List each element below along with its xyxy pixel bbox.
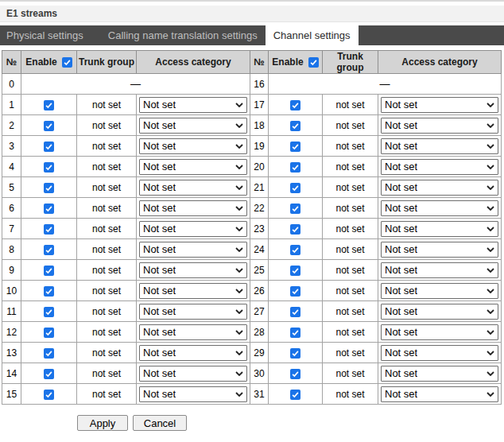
access-category-cell: Not set [137,384,250,405]
enable-checkbox[interactable] [290,307,300,317]
enable-checkbox[interactable] [44,369,54,379]
access-category-select[interactable]: Not set [381,138,498,154]
access-category-select[interactable]: Not set [139,200,247,216]
enable-checkbox[interactable] [290,348,300,359]
trunk-group-value: not set [77,239,137,260]
access-category-select[interactable]: Not set [381,262,498,278]
enable-checkbox[interactable] [290,369,300,379]
enable-checkbox[interactable] [44,183,54,193]
access-category-select[interactable]: Not set [139,304,247,320]
access-category-select[interactable]: Not set [381,386,498,402]
enable-checkbox[interactable] [290,390,300,400]
access-category-selected-value: Not set [385,305,417,317]
access-category-selected-value: Not set [143,119,176,131]
enable-checkbox[interactable] [44,204,54,214]
table-row: 8not setNot set24not setNot set [2,239,502,260]
enable-checkbox[interactable] [290,286,300,297]
enable-cell [21,281,77,301]
enable-checkbox[interactable] [290,142,300,152]
table-row: 9not setNot set25not setNot set [2,260,502,281]
channel-number: 18 [250,115,269,136]
channel-number: 21 [250,177,269,198]
tab-calling-name-translation-settings[interactable]: Calling name translation settings [108,25,258,45]
access-category-selected-value: Not set [143,367,176,379]
enable-checkbox[interactable] [290,100,300,111]
access-category-selected-value: Not set [143,202,176,214]
enable-checkbox[interactable] [290,204,300,214]
access-category-select[interactable]: Not set [139,283,247,299]
col-header-trunk-group: Trunk group [77,51,137,74]
enable-checkbox[interactable] [44,142,54,152]
access-category-select[interactable]: Not set [139,386,247,402]
enable-checkbox[interactable] [44,307,54,317]
enable-checkbox[interactable] [44,121,54,131]
enable-all-checkbox[interactable] [62,57,72,68]
enable-checkbox[interactable] [290,162,300,173]
access-category-select[interactable]: Not set [139,366,247,382]
channel-number: 9 [2,260,21,281]
tab-label: Physical settings [6,29,83,41]
trunk-group-value: not set [77,157,137,177]
access-category-select[interactable]: Not set [381,118,498,134]
enable-checkbox[interactable] [44,286,54,297]
apply-button[interactable]: Apply [77,415,128,431]
access-category-select[interactable]: Not set [381,345,498,361]
trunk-group-value: not set [77,343,137,363]
access-category-select[interactable]: Not set [139,159,247,175]
merged-dash-cell: — [21,74,250,95]
enable-all-checkbox[interactable] [308,57,319,68]
chevron-down-icon [483,227,494,231]
enable-checkbox[interactable] [290,121,300,131]
enable-cell [269,136,323,157]
enable-checkbox[interactable] [290,183,300,193]
access-category-select[interactable]: Not set [381,283,498,299]
access-category-select[interactable]: Not set [139,97,247,113]
tab-channel-settings[interactable]: Channel settings [266,25,359,45]
access-category-selected-value: Not set [143,285,176,297]
access-category-select[interactable]: Not set [381,159,498,175]
enable-checkbox[interactable] [44,100,54,111]
enable-cell [21,95,77,115]
access-category-select[interactable]: Not set [381,324,498,340]
access-category-select[interactable]: Not set [381,97,498,113]
access-category-selected-value: Not set [385,367,417,379]
chevron-down-icon [232,330,243,335]
access-category-select[interactable]: Not set [139,242,247,258]
channel-number: 24 [250,239,269,260]
access-category-select[interactable]: Not set [381,200,498,216]
access-category-select[interactable]: Not set [381,180,498,196]
enable-checkbox[interactable] [44,224,54,235]
access-category-select[interactable]: Not set [381,221,498,237]
enable-checkbox[interactable] [44,328,54,338]
enable-checkbox[interactable] [44,390,54,400]
trunk-group-value: not set [323,301,378,322]
enable-checkbox[interactable] [290,266,300,276]
enable-checkbox[interactable] [44,162,54,173]
access-category-select[interactable]: Not set [139,138,247,154]
enable-cell [21,301,77,322]
enable-checkbox[interactable] [290,224,300,235]
access-category-select[interactable]: Not set [139,180,247,196]
enable-checkbox[interactable] [44,348,54,359]
access-category-select[interactable]: Not set [381,366,498,382]
enable-checkbox[interactable] [290,328,300,338]
cancel-button[interactable]: Cancel [133,415,187,431]
access-category-select[interactable]: Not set [139,118,247,134]
access-category-select[interactable]: Not set [139,262,247,278]
enable-cell [269,260,323,281]
trunk-group-value: not set [323,260,378,281]
access-category-select[interactable]: Not set [381,242,498,258]
chevron-down-icon [232,309,243,314]
access-category-selected-value: Not set [143,264,176,276]
access-category-select[interactable]: Not set [139,345,247,361]
tab-physical-settings[interactable]: Physical settings [6,25,83,45]
enable-checkbox[interactable] [44,245,54,255]
access-category-select[interactable]: Not set [139,324,247,340]
access-category-selected-value: Not set [385,243,417,255]
enable-checkbox[interactable] [290,245,300,255]
col-header-number: № [250,51,269,74]
access-category-select[interactable]: Not set [381,304,498,320]
access-category-cell: Not set [137,239,250,260]
enable-checkbox[interactable] [44,266,54,276]
access-category-select[interactable]: Not set [139,221,247,237]
